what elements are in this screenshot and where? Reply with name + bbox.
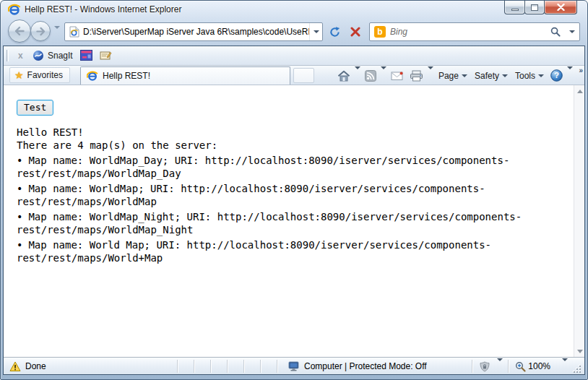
- print-dropdown[interactable]: [428, 69, 433, 82]
- chevron-down-icon: [314, 30, 319, 33]
- stop-button[interactable]: [345, 22, 365, 41]
- tab-hello-rest[interactable]: Hellp REST!: [80, 66, 290, 85]
- feeds-dropdown[interactable]: [381, 69, 386, 82]
- chevron-down-icon: [502, 74, 508, 77]
- search-options-dropdown[interactable]: [565, 30, 579, 33]
- maximize-icon: [531, 4, 538, 11]
- map-item-wrap: rest/rest/maps/World+Map: [17, 251, 566, 264]
- vertical-scrollbar[interactable]: [574, 85, 584, 357]
- printer-icon: [410, 70, 423, 82]
- snagit-toolbar: x SnagIt: [4, 46, 584, 66]
- map-count-line: There are 4 map(s) on the server:: [17, 139, 566, 152]
- map-item-text: Map name: WorldMap; URI: http://localhos…: [28, 183, 485, 194]
- recent-pages-dropdown[interactable]: [54, 29, 60, 42]
- bullet-icon: •: [17, 239, 22, 251]
- rss-icon: [365, 70, 376, 82]
- safety-menu-label: Safety: [475, 71, 499, 81]
- snagit-profiles-button[interactable]: [98, 49, 114, 61]
- chevron-down-icon: [562, 358, 568, 371]
- safety-menu[interactable]: Safety: [472, 69, 510, 82]
- snagit-icon: [33, 50, 44, 61]
- toolbar-overflow-button[interactable]: »: [579, 66, 583, 74]
- page-favicon-icon: [69, 26, 79, 38]
- toolbar-grip[interactable]: [7, 50, 9, 61]
- help-button[interactable]: ?: [549, 68, 564, 83]
- ie-logo-icon: [8, 3, 21, 16]
- home-dropdown[interactable]: [355, 69, 360, 82]
- back-button[interactable]: [8, 20, 31, 43]
- favorites-button[interactable]: ★ Favorites: [9, 67, 70, 83]
- address-dropdown-button[interactable]: [309, 23, 322, 40]
- help-dropdown[interactable]: [567, 69, 573, 82]
- window-controls: [505, 1, 577, 14]
- scroll-down-button[interactable]: [574, 345, 584, 357]
- search-button[interactable]: [546, 27, 565, 37]
- refresh-button[interactable]: [325, 22, 345, 41]
- page-menu[interactable]: Page: [436, 69, 470, 82]
- snagit-toolbar-close-button[interactable]: x: [15, 50, 26, 61]
- forward-button[interactable]: [30, 21, 51, 41]
- map-item: •Map name: WorldMap_Night; URI: http://l…: [17, 210, 566, 223]
- inprivate-shield-button[interactable]: [477, 360, 492, 373]
- window-capture-icon: [80, 50, 92, 61]
- navigation-bar: b: [1, 18, 587, 46]
- home-icon: [337, 70, 350, 82]
- map-item: •Map name: World Map; URI: http://localh…: [17, 238, 566, 251]
- map-item-wrap: rest/rest/maps/WorldMap: [17, 195, 566, 208]
- window-title: Hellp REST! - Windows Internet Explorer: [25, 4, 181, 14]
- statusbar-separator: [177, 360, 178, 373]
- search-input[interactable]: [390, 27, 546, 37]
- read-mail-button[interactable]: [389, 69, 405, 82]
- bullet-icon: •: [17, 183, 22, 194]
- snagit-button[interactable]: SnagIt: [30, 48, 76, 63]
- map-item: •Map name: WorldMap; URI: http://localho…: [17, 182, 566, 195]
- address-bar[interactable]: [64, 22, 323, 41]
- title-bar[interactable]: Hellp REST! - Windows Internet Explorer: [1, 1, 587, 18]
- print-button[interactable]: [408, 69, 425, 83]
- statusbar-separator: [243, 360, 244, 373]
- close-icon: [557, 4, 565, 11]
- maximize-button[interactable]: [524, 1, 545, 14]
- statusbar-separator: [472, 360, 472, 373]
- chevron-down-icon: [497, 358, 503, 371]
- profile-settings-icon: [100, 50, 112, 61]
- bullet-icon: •: [17, 155, 22, 166]
- arrow-down-icon: [577, 350, 583, 353]
- statusbar-separator: [227, 360, 228, 373]
- resize-grip[interactable]: [573, 365, 581, 373]
- chevron-down-icon: [538, 74, 544, 77]
- feeds-button[interactable]: [363, 69, 378, 83]
- browser-window: Hellp REST! - Windows Internet Explorer: [0, 0, 588, 380]
- minimize-icon: [511, 9, 519, 11]
- chevron-down-icon: [428, 66, 433, 82]
- search-box[interactable]: b: [369, 22, 580, 41]
- computer-icon: [288, 361, 300, 371]
- new-tab-button[interactable]: [293, 68, 314, 83]
- statusbar-separator: [260, 360, 261, 373]
- close-button[interactable]: [544, 1, 577, 14]
- map-item-text: Map name: WorldMap_Day; URI: http://loca…: [28, 155, 509, 166]
- map-item-wrap: rest/rest/maps/WorldMap_Night: [17, 223, 566, 236]
- tools-menu[interactable]: Tools: [513, 69, 546, 82]
- test-button[interactable]: Test: [17, 100, 53, 116]
- favorites-bar: ★ Favorites Hellp REST!: [4, 66, 584, 85]
- hello-line: Hello REST!: [17, 126, 566, 139]
- security-zone: Computer | Protected Mode: Off: [288, 358, 427, 375]
- document-text: Hello REST! There are 4 map(s) on the se…: [17, 126, 566, 264]
- chevron-down-icon: [355, 66, 360, 82]
- zoom-dropdown[interactable]: [562, 361, 568, 371]
- address-input[interactable]: [83, 27, 309, 37]
- status-right: 100%: [467, 358, 581, 375]
- zoom-level: 100%: [528, 361, 550, 371]
- minimize-button[interactable]: [504, 1, 525, 14]
- warning-icon: [9, 361, 21, 372]
- zoom-button[interactable]: 100%: [514, 360, 552, 373]
- statusbar-separator: [194, 360, 194, 373]
- tools-menu-label: Tools: [515, 71, 535, 81]
- shield-dropdown[interactable]: [497, 361, 503, 371]
- chevron-down-icon: [569, 30, 575, 33]
- home-button[interactable]: [336, 69, 352, 83]
- snagit-capture-button[interactable]: [78, 49, 95, 61]
- scroll-up-button[interactable]: [574, 85, 584, 97]
- map-item-wrap: rest/rest/maps/WorldMap_Day: [17, 167, 566, 180]
